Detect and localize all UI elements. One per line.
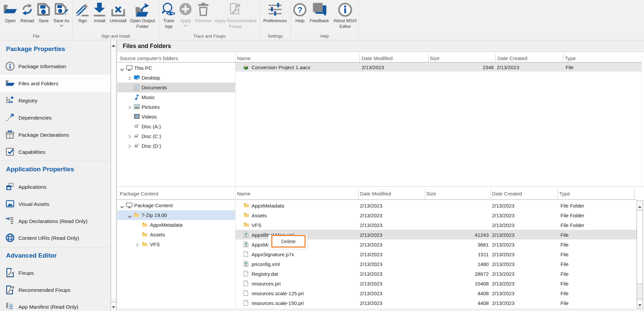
svg-text:?: ?	[297, 5, 302, 14]
